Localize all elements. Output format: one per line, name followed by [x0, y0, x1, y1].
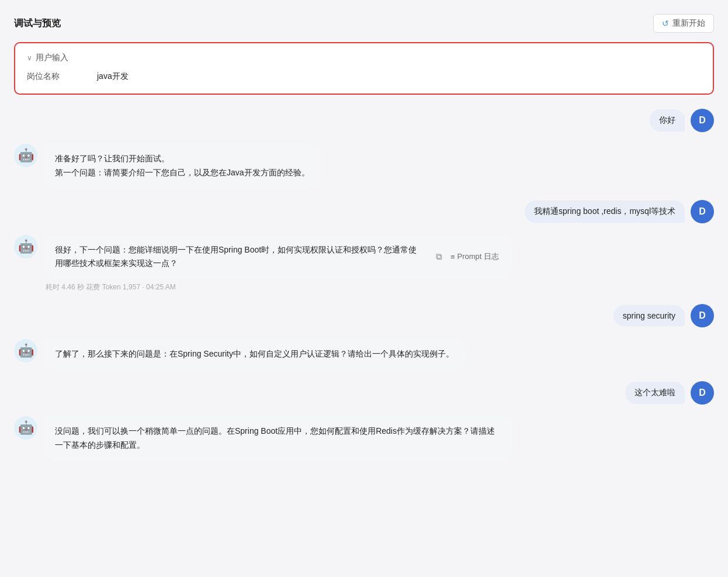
- message-row-user-2: 我精通spring boot ,redis，mysql等技术 D: [14, 200, 714, 223]
- chat-area: 你好 D 🤖 准备好了吗？让我们开始面试。第一个问题：请简要介绍一下您自己，以及…: [14, 109, 714, 472]
- avatar: D: [691, 304, 714, 327]
- bot-bubble-content: 没问题，我们可以换一个稍微简单一点的问题。在Spring Boot应用中，您如何…: [55, 424, 501, 452]
- bot-avatar: 🤖: [14, 339, 37, 362]
- header-bar: 调试与预览 ↺ 重新开始: [14, 14, 714, 33]
- bot-bubble-content: 了解了，那么接下来的问题是：在Spring Security中，如何自定义用户认…: [55, 347, 454, 361]
- bot-bubble-wrap: 很好，下一个问题：您能详细说明一下在使用Spring Boot时，如何实现权限认…: [44, 235, 512, 293]
- bot-bubble: 准备好了吗？让我们开始面试。第一个问题：请简要介绍一下您自己，以及您在Java开…: [44, 144, 320, 188]
- message-row-bot-2: 🤖 很好，下一个问题：您能详细说明一下在使用Spring Boot时，如何实现权…: [14, 235, 714, 293]
- bubble-actions: ⧉ ≡ Prompt 日志: [434, 250, 501, 263]
- bot-bubble-content: 很好，下一个问题：您能详细说明一下在使用Spring Boot时，如何实现权限认…: [55, 243, 421, 271]
- copy-icon: ⧉: [436, 251, 442, 262]
- message-row-user-3: spring security D: [14, 304, 714, 327]
- prompt-log-button[interactable]: ≡ Prompt 日志: [448, 250, 501, 263]
- bot-bubble-content: 准备好了吗？让我们开始面试。第一个问题：请简要介绍一下您自己，以及您在Java开…: [55, 152, 310, 180]
- message-row-bot-1: 🤖 准备好了吗？让我们开始面试。第一个问题：请简要介绍一下您自己，以及您在Jav…: [14, 144, 714, 188]
- bot-bubble: 很好，下一个问题：您能详细说明一下在使用Spring Boot时，如何实现权限认…: [44, 235, 512, 279]
- bot-bubble: 没问题，我们可以换一个稍微简单一点的问题。在Spring Boot应用中，您如何…: [44, 416, 512, 461]
- copy-button[interactable]: ⧉: [434, 250, 445, 263]
- bot-meta: 耗时 4.46 秒 花费 Token 1,957 · 04:25 AM: [44, 282, 512, 292]
- bot-bubble-wrap: 准备好了吗？让我们开始面试。第一个问题：请简要介绍一下您自己，以及您在Java开…: [44, 144, 320, 188]
- user-bubble: 你好: [650, 109, 685, 132]
- field-label: 岗位名称: [27, 71, 97, 82]
- message-row-user-4: 这个太难啦 D: [14, 381, 714, 405]
- bot-avatar: 🤖: [14, 235, 37, 258]
- field-value: java开发: [97, 71, 129, 82]
- message-row-user-1: 你好 D: [14, 109, 714, 132]
- user-input-panel: ∨ 用户输入 岗位名称 java开发: [14, 42, 714, 95]
- restart-button[interactable]: ↺ 重新开始: [653, 14, 714, 33]
- avatar: D: [691, 109, 714, 132]
- user-input-header: ∨ 用户输入: [27, 53, 701, 63]
- user-bubble: spring security: [613, 305, 685, 326]
- bot-avatar: 🤖: [14, 416, 37, 440]
- bot-bubble-wrap: 了解了，那么接下来的问题是：在Spring Security中，如何自定义用户认…: [44, 339, 464, 369]
- message-row-bot-4: 🤖 没问题，我们可以换一个稍微简单一点的问题。在Spring Boot应用中，您…: [14, 416, 714, 461]
- user-input-label: 用户输入: [36, 53, 68, 63]
- user-bubble: 这个太难啦: [625, 382, 685, 404]
- page-container: 调试与预览 ↺ 重新开始 ∨ 用户输入 岗位名称 java开发 你好 D 🤖 准…: [0, 0, 728, 577]
- bot-avatar: 🤖: [14, 144, 37, 167]
- page-title: 调试与预览: [14, 18, 61, 30]
- chevron-down-icon: ∨: [27, 54, 32, 62]
- avatar: D: [691, 200, 714, 223]
- bot-bubble: 了解了，那么接下来的问题是：在Spring Security中，如何自定义用户认…: [44, 339, 464, 369]
- bot-bubble-inner: 很好，下一个问题：您能详细说明一下在使用Spring Boot时，如何实现权限认…: [55, 243, 501, 271]
- restart-icon: ↺: [662, 19, 669, 28]
- prompt-log-label: Prompt 日志: [457, 251, 499, 262]
- message-row-bot-3: 🤖 了解了，那么接下来的问题是：在Spring Security中，如何自定义用…: [14, 339, 714, 369]
- prompt-log-icon: ≡: [450, 253, 455, 261]
- user-input-row: 岗位名称 java开发: [27, 71, 701, 82]
- user-bubble: 我精通spring boot ,redis，mysql等技术: [525, 201, 685, 223]
- bot-bubble-wrap: 没问题，我们可以换一个稍微简单一点的问题。在Spring Boot应用中，您如何…: [44, 416, 512, 461]
- avatar: D: [691, 381, 714, 405]
